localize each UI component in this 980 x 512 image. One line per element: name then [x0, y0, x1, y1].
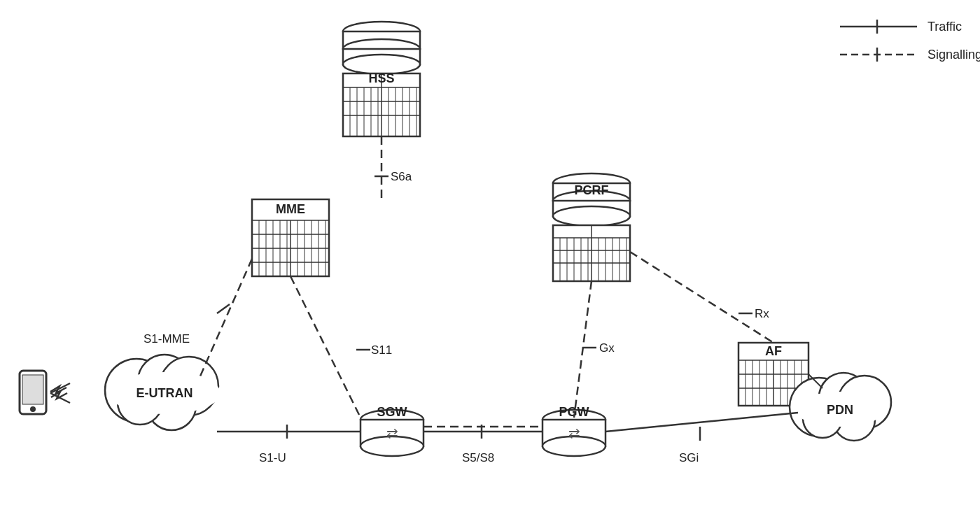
- signalling-legend-label: Signalling: [927, 48, 980, 62]
- gx-label: Gx: [599, 341, 615, 355]
- svg-point-44: [553, 206, 630, 226]
- traffic-legend-label: Traffic: [927, 20, 962, 34]
- hss-label: HSS: [368, 71, 394, 85]
- sgw-label: SGW: [377, 405, 407, 419]
- pcrf-label: PCRF: [575, 183, 609, 197]
- pdn-label: PDN: [827, 403, 853, 417]
- s1mme-label: S1-MME: [144, 332, 190, 346]
- s1u-label: S1-U: [259, 451, 286, 464]
- svg-rect-94: [22, 375, 43, 404]
- svg-line-102: [200, 259, 252, 378]
- s5s8-label: S5/S8: [462, 451, 494, 464]
- rx-label: Rx: [755, 307, 769, 320]
- s6a-label: S6a: [391, 170, 412, 183]
- svg-line-109: [606, 413, 798, 432]
- eutran-label: E-UTRAN: [136, 386, 193, 400]
- svg-line-100: [290, 276, 360, 418]
- mme-label: MME: [276, 202, 305, 216]
- s11-label: S11: [371, 343, 392, 357]
- svg-line-113: [630, 252, 774, 343]
- sgi-label: SGi: [679, 451, 699, 464]
- af-label: AF: [765, 344, 782, 358]
- svg-point-95: [30, 406, 36, 412]
- svg-text:⇄: ⇄: [568, 425, 580, 441]
- network-diagram: .label-text { font-family: Arial, sans-s…: [0, 0, 980, 512]
- svg-line-97: [50, 393, 70, 403]
- svg-line-111: [574, 281, 592, 418]
- svg-text:⇄: ⇄: [386, 425, 398, 441]
